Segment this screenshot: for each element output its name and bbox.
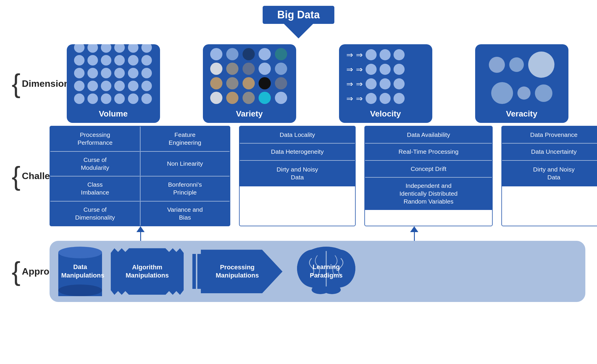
dimensions-bracket: { Dimensions: [12, 43, 50, 124]
volume-dot: [101, 68, 111, 78]
dimension-card-veracity: Veracity: [475, 44, 568, 123]
volume-dot: [128, 44, 138, 53]
variety-dot: [275, 77, 287, 89]
dimensions-content: Volume: [50, 41, 585, 126]
challenges-content: ProcessingPerformance FeatureEngineering…: [50, 126, 597, 226]
volume-dot: [87, 55, 98, 66]
cylinder-container: DataManipulations: [58, 247, 102, 296]
approaches-row: DataManipulations AlgorithmManipulations…: [50, 241, 585, 302]
big-data-section: Big Data: [12, 6, 585, 38]
challenge-class-imbalance: ClassImbalance: [50, 176, 140, 201]
veracity-circle: [491, 82, 513, 104]
velocity-arrow-shaft: [414, 232, 415, 241]
approaches-bracket-symbol: {: [12, 258, 20, 285]
variety-dots-grid: [207, 45, 292, 107]
approaches-bracket: { Approaches: [12, 241, 50, 302]
volume-label: Volume: [99, 109, 128, 119]
challenge-data-heterogeneity: Data Heterogeneity: [240, 143, 355, 160]
volume-dot: [114, 93, 125, 104]
algorithm-manipulations-label: AlgorithmManipulations: [111, 248, 184, 295]
velocity-dot: [394, 93, 405, 104]
challenges-row: ProcessingPerformance FeatureEngineering…: [50, 126, 597, 226]
veracity-spacer: [480, 226, 585, 241]
challenge-curse-dimensionality: Curse ofDimensionality: [50, 201, 140, 226]
bar-left: [192, 254, 196, 289]
volume-dot: [114, 81, 125, 91]
veracity-label: Veracity: [506, 109, 537, 119]
velocity-row: ⇒ ⇒: [346, 78, 425, 89]
variety-dot: [243, 77, 255, 89]
challenge-dirty-noisy-veracity: Dirty and NoisyData: [502, 160, 597, 186]
volume-dot: [128, 55, 138, 66]
volume-dot: [87, 81, 98, 91]
velocity-dot: [366, 78, 377, 89]
challenge-iid-random-variables: Independent andIdentically DistributedRa…: [365, 177, 492, 210]
velocity-arrow-icon: ⇒: [346, 65, 353, 74]
volume-dot: [114, 55, 125, 66]
variety-dot: [210, 48, 222, 60]
variety-dot: [243, 48, 255, 60]
velocity-row: ⇒ ⇒: [346, 93, 425, 104]
dimensions-row: Volume: [50, 41, 585, 126]
volume-dot: [74, 81, 85, 91]
challenge-data-locality: Data Locality: [240, 126, 355, 143]
dimensions-bracket-symbol: {: [12, 70, 20, 97]
velocity-dot: [380, 93, 391, 104]
learning-paradigms-item: LearningParadigms: [291, 247, 361, 296]
velocity-arrow-icon: ⇒: [346, 94, 353, 103]
veracity-row-1: [489, 52, 554, 78]
challenge-dirty-noisy-variety: Dirty and NoisyData: [240, 160, 355, 186]
data-manipulations-label: DataManipulations: [61, 263, 99, 280]
volume-dot: [101, 81, 111, 91]
velocity-dot: [380, 64, 391, 75]
challenge-data-uncertainty: Data Uncertainty: [502, 143, 597, 160]
brain-container: LearningParadigms: [291, 247, 361, 296]
volume-dot: [141, 44, 152, 53]
approaches-section-row: { Approaches DataManipulations: [12, 241, 585, 302]
volume-dot: [128, 68, 138, 78]
dimension-card-velocity: ⇒ ⇒ ⇒ ⇒: [339, 44, 432, 123]
challenge-data-provenance: Data Provenance: [502, 126, 597, 143]
volume-dot: [128, 93, 138, 104]
volume-challenges-box: ProcessingPerformance FeatureEngineering…: [50, 126, 230, 226]
volume-dot: [141, 81, 152, 91]
volume-connector: [50, 226, 231, 241]
velocity-dot: [394, 49, 405, 60]
volume-dot: [101, 93, 111, 104]
velocity-arrow-icon: ⇒: [346, 50, 353, 60]
variety-dot: [275, 63, 287, 75]
challenge-processing-performance: ProcessingPerformance: [50, 126, 140, 151]
big-data-label: Big Data: [263, 6, 334, 24]
volume-dot: [74, 93, 85, 104]
velocity-arrow-head: [410, 226, 418, 232]
challenges-bracket-symbol: {: [12, 163, 20, 189]
main-container: Big Data { Dimensions: [0, 0, 597, 364]
challenge-curse-modularity: Curse ofModularity: [50, 151, 140, 176]
svg-point-5: [323, 285, 341, 294]
learning-paradigms-label: LearningParadigms: [300, 263, 352, 280]
variety-dot: [275, 48, 287, 60]
connectors-row: [50, 226, 585, 241]
volume-dot: [141, 93, 152, 104]
volume-dot: [101, 55, 111, 66]
variety-dot: [210, 77, 222, 89]
velocity-dot: [394, 78, 405, 89]
volume-arrow-shaft: [140, 232, 141, 241]
variety-dot: [259, 63, 271, 75]
velocity-arrow-icon: ⇒: [356, 50, 363, 60]
volume-dot: [74, 44, 85, 53]
approaches-content: DataManipulations AlgorithmManipulations…: [50, 241, 585, 302]
velocity-row: ⇒ ⇒: [346, 64, 425, 75]
variety-dot: [243, 63, 255, 75]
dimension-card-variety: Variety: [203, 44, 296, 123]
big-data-arrow: Big Data: [263, 6, 334, 38]
variety-spacer: [232, 226, 349, 241]
volume-dots-grid: [71, 44, 156, 107]
variety-dot: [226, 77, 238, 89]
volume-dot: [141, 55, 152, 66]
variety-challenges-box: Data Locality Data Heterogeneity Dirty a…: [239, 126, 356, 226]
volume-dot: [141, 68, 152, 78]
challenge-data-availability: Data Availability: [365, 126, 492, 143]
challenge-concept-drift: Concept Drift: [365, 160, 492, 177]
variety-dot: [259, 92, 271, 104]
